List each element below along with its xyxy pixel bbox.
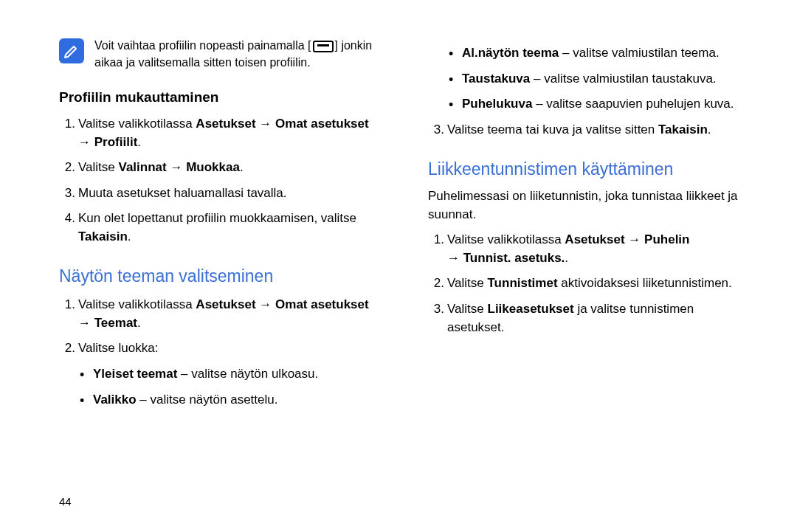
- list-item: Al.näytön teema – valitse valmiustilan t…: [462, 44, 753, 63]
- theme-step3: 3. Valitse teema tai kuva ja valitse sit…: [428, 121, 753, 139]
- list-item: 3. Muuta asetukset haluamallasi tavalla.: [78, 184, 384, 203]
- list-item: 4. Kun olet lopettanut profiilin muokkaa…: [78, 210, 384, 246]
- key-icon: [313, 41, 334, 52]
- list-item: 2. Valitse Valinnat → Muokkaa.: [78, 159, 384, 177]
- heading-motion-sensor: Liikkeentunnistimen käyttäminen: [428, 157, 753, 182]
- theme-category-bullets: Yleiset teemat – valitse näytön ulkoasu.…: [78, 365, 384, 409]
- motion-intro: Puhelimessasi on liiketunnistin, joka tu…: [428, 187, 753, 224]
- list-item: 2. Valitse Tunnistimet aktivoidaksesi li…: [447, 274, 753, 293]
- profile-steps: 1. Valitse valikkotilassa Asetukset → Om…: [59, 115, 384, 246]
- page-number: 44: [59, 494, 72, 510]
- list-item: 1. Valitse valikkotilassa Asetukset → Pu…: [447, 231, 753, 267]
- list-item: 2. Valitse luokka: Yleiset teemat – vali…: [78, 339, 384, 409]
- list-item: 1. Valitse valikkotilassa Asetukset → Om…: [78, 296, 384, 332]
- heading-theme-select: Näytön teeman valitseminen: [59, 264, 384, 289]
- list-item: Taustakuva – valitse valmiustilan tausta…: [462, 70, 753, 89]
- right-column: Al.näytön teema – valitse valmiustilan t…: [428, 37, 753, 416]
- list-item: 3. Valitse Liikeasetukset ja valitse tun…: [447, 300, 753, 336]
- list-item: 3. Valitse teema tai kuva ja valitse sit…: [447, 121, 753, 139]
- note-text: Voit vaihtaa profiilin nopeasti painamal…: [94, 37, 384, 71]
- theme-steps: 1. Valitse valikkotilassa Asetukset → Om…: [59, 296, 384, 409]
- list-item: 1. Valitse valikkotilassa Asetukset → Om…: [78, 115, 384, 151]
- left-column: Voit vaihtaa profiilin nopeasti painamal…: [59, 37, 384, 416]
- note-pencil-icon: [59, 38, 84, 63]
- theme-more-bullets: Al.näytön teema – valitse valmiustilan t…: [447, 44, 753, 114]
- list-item: Valikko – valitse näytön asettelu.: [93, 391, 384, 410]
- list-item: Puhelukuva – valitse saapuvien puhelujen…: [462, 95, 753, 114]
- note-row: Voit vaihtaa profiilin nopeasti painamal…: [59, 37, 384, 71]
- list-item: Yleiset teemat – valitse näytön ulkoasu.: [93, 365, 384, 384]
- motion-steps: 1. Valitse valikkotilassa Asetukset → Pu…: [428, 231, 753, 336]
- heading-profile-customize: Profiilin mukauttaminen: [59, 87, 384, 108]
- note-text-a: Voit vaihtaa profiilin nopeasti painamal…: [94, 39, 311, 52]
